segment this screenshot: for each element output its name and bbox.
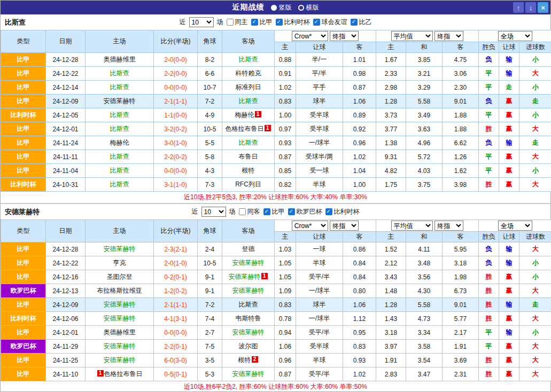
- team-link[interactable]: 比斯查: [239, 139, 258, 146]
- view-radio-vertical[interactable]: 竖版: [271, 3, 292, 12]
- odds-time-select[interactable]: 终指: [330, 221, 359, 231]
- match-row: 比甲24-12-22亨克2-0(1-0)10-5安德莱赫特1.05半球0.842…: [1, 256, 551, 270]
- goals-result-cell: 小: [519, 256, 551, 270]
- euro-time-select[interactable]: 终指: [434, 31, 463, 41]
- team-link[interactable]: 韦斯特鲁: [236, 315, 261, 322]
- handicap-cell: 受一球: [296, 164, 343, 178]
- view-radio-horizontal[interactable]: 横版: [298, 3, 319, 12]
- asia-home-odds-cell: 0.87: [275, 150, 296, 164]
- match-row: 比甲24-11-04比斯查0-0(0-0)4-3根特0.85受一球1.044.8…: [1, 164, 551, 178]
- match-count-select[interactable]: 10: [201, 207, 226, 217]
- team-link[interactable]: 登德: [242, 245, 255, 253]
- team-link[interactable]: 安德莱赫特: [104, 301, 136, 308]
- away-team-cell: 安德莱赫特1: [222, 270, 275, 284]
- team-link[interactable]: 安德莱赫特: [232, 328, 265, 336]
- team-link[interactable]: 比斯查: [110, 167, 129, 174]
- team-link[interactable]: 比斯查: [110, 153, 129, 160]
- team-link[interactable]: 比斯查: [110, 111, 129, 119]
- asia-home-odds-cell: 0.93: [275, 136, 296, 150]
- team-link[interactable]: 梅赫伦: [110, 139, 129, 146]
- team-link[interactable]: 安德莱赫特: [232, 370, 265, 378]
- team-name: 比斯查: [5, 18, 26, 27]
- scroll-down-button[interactable]: ↓: [525, 2, 536, 13]
- league-checkbox[interactable]: 球会友谊: [313, 18, 347, 27]
- goals-result-cell: 小: [519, 53, 551, 67]
- odds-source-select[interactable]: Crow*: [292, 221, 328, 231]
- near-label: 近: [180, 18, 186, 27]
- scope-select[interactable]: 全场: [498, 221, 532, 231]
- team-link[interactable]: 梅赫伦: [235, 111, 254, 119]
- team-link[interactable]: 布鲁日: [239, 153, 258, 160]
- team-link[interactable]: 亨克: [113, 259, 126, 266]
- away-team-cell: 登德: [222, 242, 275, 256]
- euro-draw-odds-cell: 3.56: [406, 270, 443, 284]
- euro-odds-header: 平均值 终指: [376, 220, 479, 232]
- euro-source-select[interactable]: 平均值: [391, 31, 433, 41]
- home-team-cell: 安德莱赫特: [86, 298, 154, 312]
- corners-cell: 4-3: [198, 164, 222, 178]
- league-checkbox[interactable]: 比利时杯: [276, 18, 310, 27]
- team-link[interactable]: 安德莱赫特: [104, 245, 136, 253]
- team-link[interactable]: 安德莱赫特: [104, 356, 136, 364]
- team-link[interactable]: 根特: [238, 356, 251, 364]
- same-venue-checkbox[interactable]: 同客: [239, 207, 260, 216]
- team-link[interactable]: 安德莱赫特: [104, 97, 136, 105]
- team-link[interactable]: 圣图尔登: [107, 273, 133, 280]
- team-link[interactable]: 波尔图: [239, 342, 258, 350]
- league-checkbox[interactable]: 比甲: [263, 207, 285, 216]
- team-link[interactable]: 比斯查: [110, 125, 129, 132]
- league-checkbox[interactable]: 比甲: [251, 18, 273, 27]
- team-link[interactable]: 比斯查: [239, 56, 258, 63]
- result-cell: 平: [479, 150, 499, 164]
- team-link[interactable]: 安德莱赫特: [104, 342, 136, 350]
- team-link[interactable]: 安德莱赫特: [229, 273, 261, 280]
- team-link[interactable]: RFC列日: [235, 181, 261, 188]
- match-row: 比甲24-11-101色格拉布鲁日0-5(0-1)5-3安德莱赫特0.87受平/…: [1, 367, 551, 381]
- team-link[interactable]: 色格拉布鲁日: [226, 125, 264, 132]
- match-count-select[interactable]: 10: [189, 17, 214, 27]
- date-cell: 24-11-25: [46, 354, 86, 367]
- team-link[interactable]: 色格拉布鲁日: [104, 370, 143, 378]
- team-link[interactable]: 比斯查: [110, 69, 129, 77]
- odds-time-select[interactable]: 终指: [330, 31, 359, 41]
- team-link[interactable]: 安德莱赫特: [104, 315, 136, 322]
- date-cell: 24-12-06: [46, 312, 86, 326]
- corners-cell: 3-5: [198, 354, 222, 367]
- team-link[interactable]: 比斯查: [110, 83, 129, 91]
- euro-away-odds-cell: 9.01: [443, 298, 479, 312]
- league-checkbox[interactable]: 比利时杯: [325, 207, 360, 216]
- team-link[interactable]: 科特赖克: [236, 69, 261, 77]
- team-link[interactable]: 根特: [242, 167, 255, 174]
- league-checkbox[interactable]: 比乙: [351, 18, 372, 27]
- team-link[interactable]: 安德莱赫特: [232, 287, 265, 294]
- team-link[interactable]: 布拉格斯拉维亚: [97, 287, 142, 294]
- team-link[interactable]: 比斯查: [239, 301, 258, 308]
- same-venue-checkbox[interactable]: 同主: [227, 18, 248, 27]
- score-cell: 2-0(1-0): [154, 256, 198, 270]
- league-checkbox[interactable]: 欧罗巴杯: [288, 207, 322, 216]
- euro-source-select[interactable]: 平均值: [391, 221, 433, 231]
- team-link[interactable]: 比斯查: [110, 181, 129, 188]
- euro-time-select[interactable]: 终指: [434, 221, 463, 231]
- team-link[interactable]: 比斯查: [239, 97, 258, 105]
- league-cell: 比甲: [1, 242, 46, 256]
- team-link[interactable]: 奥德赫维里: [104, 56, 136, 63]
- scroll-up-button[interactable]: ↑: [513, 2, 524, 13]
- corners-cell: 6-6: [198, 67, 222, 81]
- home-team-cell: 比斯查: [86, 150, 154, 164]
- team-link[interactable]: 标准列日: [236, 83, 261, 91]
- odds-source-select[interactable]: Crow*: [292, 31, 328, 41]
- league-cell: 比甲: [1, 150, 46, 164]
- asia-home-odds-cell: 0.96: [275, 354, 296, 367]
- euro-home-odds-cell: 1.28: [376, 95, 406, 108]
- team-link[interactable]: 安德莱赫特: [232, 259, 265, 266]
- team-link[interactable]: 奥德赫维里: [104, 328, 136, 336]
- away-team-cell: 安德莱赫特: [222, 326, 275, 340]
- column-header: 角球: [198, 30, 222, 53]
- close-button[interactable]: ×: [538, 2, 548, 13]
- goals-result-cell: 大: [519, 367, 551, 381]
- scope-select[interactable]: 全场: [498, 31, 532, 41]
- summary-stats: 近10场,胜2平5负3, 胜率:20% 让球胜率:60% 大率:40% 单率:3…: [1, 192, 550, 203]
- goals-result-cell: 大: [519, 150, 551, 164]
- handicap-cell: 一/球半: [296, 284, 343, 298]
